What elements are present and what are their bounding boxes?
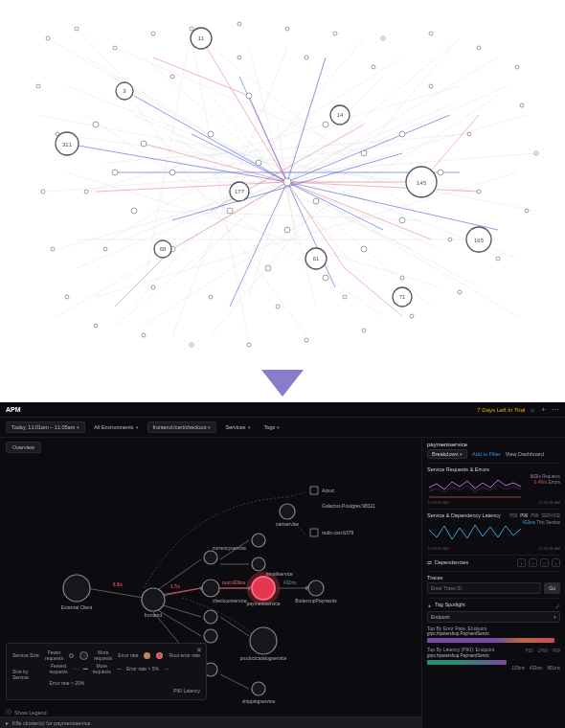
arrow-down-icon	[261, 370, 304, 397]
top-latency-label: Top By Latency (P90): Endpoint	[427, 647, 494, 652]
svg-line-60	[287, 182, 498, 230]
workflow-select[interactable]: frontend:/cart/checkout▾	[147, 421, 217, 433]
legend-panel: ✕ Service Size Fewer requests More reque…	[6, 643, 207, 700]
filter-bar: Today, 11:01am – 11:05am▾ All Environmen…	[0, 418, 565, 438]
svg-point-91	[362, 329, 366, 332]
svg-point-118	[283, 178, 291, 186]
node-label: 311	[62, 142, 73, 148]
time-range-select[interactable]: Today, 11:01am – 11:05am▾	[6, 421, 85, 433]
svg-point-70	[75, 27, 79, 31]
show-legend-toggle[interactable]: ⓘ Show Legend	[6, 709, 47, 716]
traces-title: Traces	[427, 575, 560, 580]
svg-line-58	[287, 182, 479, 192]
svg-point-116	[313, 198, 319, 204]
expand-icon[interactable]: ⤢	[555, 603, 560, 609]
tags-select[interactable]: Tags▾	[260, 422, 285, 432]
svg-point-85	[65, 295, 69, 299]
node-label: 71	[399, 294, 406, 300]
svg-point-86	[94, 324, 98, 328]
search-icon[interactable]: ⌕	[531, 405, 535, 414]
svg-point-164	[142, 588, 165, 611]
svg-point-131	[305, 56, 308, 59]
svg-line-15	[96, 172, 517, 297]
svg-line-155	[220, 617, 249, 636]
view-dashboard-link[interactable]: View Dashboard	[506, 451, 544, 457]
dep-prev-icon[interactable]: ‹	[517, 558, 526, 567]
svg-point-111	[399, 217, 405, 223]
svg-line-16	[144, 96, 498, 326]
dep-next-icon[interactable]: ›	[552, 558, 560, 567]
apm-dashboard: APM 7 Days Left In Trial ⌕ + ⋯ Today, 11…	[0, 402, 565, 728]
svg-text:checkoutservice: checkoutservice	[213, 598, 247, 603]
svg-text:frontend: frontend	[145, 612, 163, 618]
svg-point-104	[131, 208, 137, 214]
svg-point-130	[372, 65, 375, 69]
svg-point-84	[51, 247, 55, 251]
apm-title: APM	[6, 406, 21, 413]
dep-dot-icon[interactable]: ○	[540, 558, 549, 567]
svg-point-100	[208, 131, 214, 137]
svg-point-106	[93, 122, 99, 127]
svg-text:Adsvc: Adsvc	[322, 488, 335, 493]
svg-line-1	[77, 29, 239, 201]
svg-point-107	[323, 122, 328, 127]
svg-point-98	[141, 141, 147, 147]
add-icon[interactable]: +	[541, 405, 546, 414]
svg-point-126	[448, 238, 452, 241]
svg-line-156	[220, 674, 249, 689]
top-network-graph: 11 14 3 145 165 311 177 61 68 71	[0, 0, 565, 364]
dependency-nav: ‹ ○ ○ ›	[517, 558, 560, 567]
svg-point-73	[190, 27, 193, 31]
svg-point-121	[151, 285, 155, 289]
svg-line-145	[86, 588, 144, 598]
svg-point-165	[202, 580, 219, 597]
menu-icon[interactable]: ⋯	[552, 405, 559, 414]
svg-point-166	[204, 551, 217, 564]
breakdown-select[interactable]: Breakdown ▾	[427, 449, 467, 459]
services-select[interactable]: Services▾	[220, 422, 255, 432]
svg-point-97	[520, 103, 524, 107]
svg-text:Galactus.Postgres:98321: Galactus.Postgres:98321	[322, 503, 375, 509]
svg-line-57	[96, 182, 287, 192]
info-icon: ⓘ	[6, 709, 11, 716]
svg-point-96	[534, 151, 538, 155]
node-label: 14	[337, 112, 344, 118]
node-label: 177	[235, 189, 245, 194]
legend-close-icon[interactable]: ✕	[196, 647, 202, 654]
svg-line-63	[134, 96, 287, 182]
svg-point-172	[250, 627, 277, 654]
top-error-bar	[427, 638, 554, 643]
svg-rect-178	[310, 487, 318, 494]
svg-point-115	[284, 227, 290, 233]
svg-point-102	[227, 208, 233, 214]
svg-text:cartservice: cartservice	[276, 521, 299, 527]
spotlight-endpoint-select[interactable]: Endpoint▾	[427, 611, 560, 623]
svg-point-117	[256, 160, 261, 166]
dep-dot-icon[interactable]: ○	[529, 558, 537, 567]
add-to-filter-link[interactable]: Add to Filter	[472, 451, 501, 457]
svg-point-120	[103, 247, 107, 251]
svg-point-175	[308, 580, 324, 596]
trace-id-input[interactable]	[427, 582, 541, 594]
svg-point-171	[252, 557, 265, 571]
k8s-cluster-bar[interactable]: ▸ K8s cluster(s) for paymentservice	[0, 717, 421, 728]
network-svg: 11 14 3 145 165 311 177 61 68 71	[0, 0, 565, 364]
svg-point-170	[252, 534, 265, 547]
svg-point-94	[496, 257, 500, 261]
svg-point-69	[46, 36, 50, 40]
trace-go-button[interactable]: Go	[544, 582, 560, 594]
transition-arrow	[0, 364, 565, 402]
svg-point-127	[477, 190, 481, 193]
share-icon: ⇄	[427, 559, 432, 566]
svg-point-129	[429, 84, 433, 88]
svg-point-124	[343, 295, 347, 299]
svg-text:432ms: 432ms	[283, 580, 297, 585]
svg-line-66	[172, 153, 402, 220]
svg-point-80	[515, 65, 519, 69]
environment-select[interactable]: All Environments▾	[89, 422, 143, 432]
svg-point-93	[458, 290, 462, 294]
svg-point-75	[285, 27, 289, 31]
node-label: 165	[474, 238, 485, 243]
apm-header: APM 7 Days Left In Trial ⌕ + ⋯	[0, 402, 565, 418]
svg-point-72	[151, 32, 155, 35]
